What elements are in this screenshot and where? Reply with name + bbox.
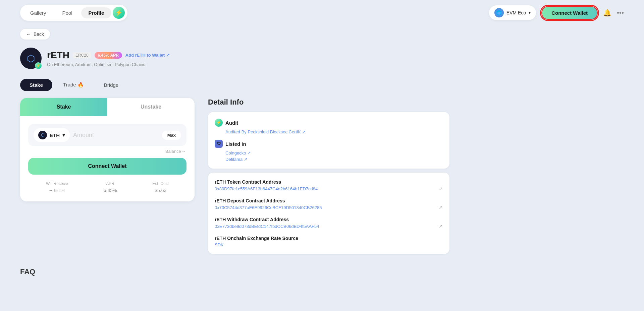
stat-will-receive: Will Receive -- rETH bbox=[46, 181, 68, 193]
lightning-icon[interactable]: ⚡ bbox=[113, 7, 125, 19]
token-header: ⬡ ⚡ rETH ERC20 6.45% APR Add rETH to Wal… bbox=[20, 48, 449, 69]
stake-card: Stake Unstake ⬡ ETH ▾ Max Balance -- Con… bbox=[20, 98, 195, 201]
contract-exchange-address-row: SDK bbox=[215, 242, 443, 247]
apr-badge: 6.45% APR bbox=[95, 52, 122, 59]
will-receive-label: Will Receive bbox=[46, 181, 68, 186]
stake-body: ⬡ ETH ▾ Max Balance -- Connect Wallet Wi… bbox=[20, 116, 195, 201]
listed-row: 🛡 Listed In bbox=[215, 140, 443, 148]
nav-left: Gallery Pool Profile ⚡ bbox=[20, 5, 127, 21]
connect-wallet-button[interactable]: Connect Wallet bbox=[541, 6, 598, 20]
external-link-icon-withdraw[interactable]: ↗ bbox=[439, 224, 443, 229]
contract-deposit-address-row: 0x70C5744d377aE6E9926CcBCF19D501340CB262… bbox=[215, 205, 443, 210]
audit-link[interactable]: Audited By Peckshield Blocksec CertiK ↗ bbox=[225, 129, 443, 134]
nav-tab-gallery[interactable]: Gallery bbox=[23, 7, 54, 18]
audit-listed-card: ⚡ Audit Audited By Peckshield Blocksec C… bbox=[208, 112, 449, 169]
main-content: ← Back ⬡ ⚡ rETH ERC20 6.45% APR Add rETH… bbox=[0, 25, 470, 290]
contract-exchange-label: rETH Onchain Exchange Rate Source bbox=[215, 236, 443, 241]
bell-icon[interactable]: 🔔 bbox=[603, 9, 611, 17]
chevron-down-icon: ▾ bbox=[529, 10, 531, 15]
back-button[interactable]: ← Back bbox=[20, 29, 50, 40]
apr-label: APR bbox=[104, 181, 117, 186]
balance-display: Balance -- bbox=[28, 149, 186, 154]
detail-info-title: Detail Info bbox=[208, 98, 449, 107]
erc-badge: ERC20 bbox=[73, 52, 91, 58]
external-link-icon-token[interactable]: ↗ bbox=[439, 186, 443, 191]
tab-bridge[interactable]: Bridge bbox=[95, 79, 128, 91]
contract-token-address[interactable]: 0x80D97fc1c559A6F13b6447C4a2b6164b1ED7cd… bbox=[215, 186, 318, 191]
contract-exchange-address[interactable]: SDK bbox=[215, 242, 224, 247]
contract-item-token: rETH Token Contract Address 0x80D97fc1c5… bbox=[215, 179, 443, 191]
stat-est-cost: Est. Cost $5.63 bbox=[152, 181, 169, 193]
token-name: rETH bbox=[47, 50, 69, 61]
stake-toggle-stake[interactable]: Stake bbox=[20, 98, 107, 116]
more-options-icon[interactable]: ••• bbox=[617, 9, 624, 17]
nav-tab-pool[interactable]: Pool bbox=[55, 7, 80, 18]
contract-item-deposit: rETH Deposit Contract Address 0x70C5744d… bbox=[215, 198, 443, 210]
coingecko-link[interactable]: Coingecko ↗ bbox=[225, 150, 443, 156]
apr-value: 6.45% bbox=[104, 188, 117, 193]
token-info: rETH ERC20 6.45% APR Add rETH to Wallet … bbox=[47, 50, 170, 67]
eth-logo-small: ⬡ bbox=[38, 131, 47, 139]
eth-token-selector[interactable]: ⬡ ETH ▾ bbox=[34, 128, 70, 142]
contract-withdraw-label: rETH Withdraw Contract Address bbox=[215, 217, 443, 222]
defilama-link[interactable]: Defilama ↗ bbox=[225, 157, 443, 162]
faq-title: FAQ bbox=[20, 267, 449, 276]
listed-section-label: Listed In bbox=[225, 141, 246, 147]
detail-info-panel: Detail Info ⚡ Audit Audited By Peckshiel… bbox=[208, 98, 449, 254]
action-tabs: Stake Trade 🔥 Bridge bbox=[20, 78, 449, 91]
add-wallet-link[interactable]: Add rETH to Wallet ↗ bbox=[125, 53, 170, 58]
token-subtitle: On Ethereum, Arbitrum, Optimism, Polygon… bbox=[47, 62, 170, 67]
external-link-icon-deposit[interactable]: ↗ bbox=[439, 205, 443, 210]
navbar: Gallery Pool Profile ⚡ 🌐 EVM Eco ▾ Conne… bbox=[0, 0, 644, 25]
contract-deposit-label: rETH Deposit Contract Address bbox=[215, 198, 443, 203]
contract-item-withdraw: rETH Withdraw Contract Address 0xE773dbe… bbox=[215, 217, 443, 229]
amount-input[interactable] bbox=[73, 132, 159, 139]
stake-toggle-unstake[interactable]: Unstake bbox=[107, 98, 195, 116]
amount-input-row: ⬡ ETH ▾ Max bbox=[28, 124, 186, 146]
token-badge-icon: ⚡ bbox=[35, 62, 42, 69]
eth-chevron-icon: ▾ bbox=[62, 132, 65, 138]
contract-token-label: rETH Token Contract Address bbox=[215, 179, 443, 185]
shield-icon: 🛡 bbox=[215, 140, 223, 148]
est-cost-label: Est. Cost bbox=[152, 181, 169, 186]
tab-trade[interactable]: Trade 🔥 bbox=[54, 78, 93, 91]
contract-withdraw-address-row: 0xE773dbe9d073dBEfdC147fbdCCB06dBD4f5AAF… bbox=[215, 224, 443, 229]
contract-token-address-row: 0x80D97fc1c559A6F13b6447C4a2b6164b1ED7cd… bbox=[215, 186, 443, 191]
tab-stake[interactable]: Stake bbox=[20, 79, 52, 91]
stats-row: Will Receive -- rETH APR 6.45% Est. Cost… bbox=[28, 181, 186, 193]
max-button[interactable]: Max bbox=[162, 131, 181, 140]
content-row: Stake Unstake ⬡ ETH ▾ Max Balance -- Con… bbox=[20, 98, 449, 254]
contract-item-exchange: rETH Onchain Exchange Rate Source SDK bbox=[215, 236, 443, 247]
evm-dot-icon: 🌐 bbox=[494, 8, 504, 17]
token-logo: ⬡ ⚡ bbox=[20, 48, 42, 69]
evm-label: EVM Eco bbox=[506, 10, 526, 15]
token-name-heading: rETH ERC20 6.45% APR Add rETH to Wallet … bbox=[47, 50, 170, 61]
audit-row: ⚡ Audit bbox=[215, 119, 443, 127]
connect-wallet-card-button[interactable]: Connect Wallet bbox=[28, 158, 186, 175]
stake-toggle: Stake Unstake bbox=[20, 98, 195, 116]
stat-apr: APR 6.45% bbox=[104, 181, 117, 193]
will-receive-value: -- rETH bbox=[49, 188, 65, 193]
eth-logo-icon: ⬡ bbox=[27, 53, 35, 64]
eth-label: ETH bbox=[50, 132, 60, 138]
contract-deposit-address[interactable]: 0x70C5744d377aE6E9926CcBCF19D501340CB262… bbox=[215, 205, 322, 210]
back-arrow-icon: ← bbox=[26, 32, 31, 37]
back-label: Back bbox=[34, 32, 44, 37]
est-cost-value: $5.63 bbox=[155, 188, 166, 193]
nav-right: 🌐 EVM Eco ▾ Connect Wallet 🔔 ••• bbox=[489, 5, 624, 20]
listed-links: Coingecko ↗ Defilama ↗ bbox=[215, 150, 443, 162]
contract-withdraw-address[interactable]: 0xE773dbe9d073dBEfdC147fbdCCB06dBD4f5AAF… bbox=[215, 224, 319, 229]
evm-selector[interactable]: 🌐 EVM Eco ▾ bbox=[489, 5, 536, 20]
nav-tab-profile[interactable]: Profile bbox=[81, 7, 112, 18]
audit-icon: ⚡ bbox=[215, 119, 223, 127]
audit-section-label: Audit bbox=[225, 120, 238, 126]
contracts-card: rETH Token Contract Address 0x80D97fc1c5… bbox=[208, 173, 449, 254]
